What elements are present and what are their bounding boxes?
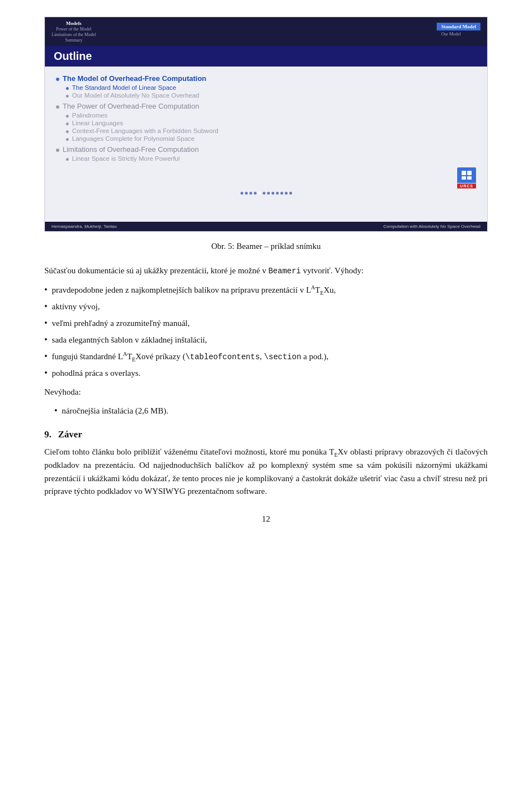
outline-main-3: Limitations of Overhead-Free Computation [56,145,476,154]
topbar-item-3: Summary [65,38,83,43]
advantage-2-text: aktívny vývoj, [52,300,100,313]
active-tab-label: Standard Model [437,23,480,30]
outline-sub1-1: The Standard Model of Linear Space [66,84,476,91]
sub-bullet-icon-2-3 [66,130,69,133]
outline-sub3-1: Linear Space is Strictly More Powerful [66,155,476,162]
outline-sub3-1-label: Linear Space is Strictly More Powerful [72,155,180,162]
nav-dot-2 [245,192,248,195]
advantage-5-text: fungujú štandardné LATEXové príkazy (\ta… [52,350,329,364]
section-code: \section [264,353,301,361]
disadvantages-list: náročnejšia inštalácia (2,6 MB). [54,404,488,418]
caption-text: Obr. 5: Beamer – príklad snímku [211,242,320,251]
main-text-body: Súčasťou dokumentácie sú aj ukážky preze… [44,264,488,418]
nav-dot-1 [241,192,243,195]
section9-title: Záver [58,429,82,440]
sub-bullet-icon-3-1 [66,158,69,161]
outline-sub2-4: Languages Complete for Polynomial Space [66,135,476,142]
beamer-code: Beameri [268,267,301,276]
outline-sub2-3-label: Context-Free Languages with a Forbidden … [72,127,218,134]
outline-sub1-2-label: Our Model of Absolutely No Space Overhea… [72,92,200,99]
nav-dot-10 [280,192,283,195]
urcs-logo: URCS [457,167,476,188]
advantage-1: pravdepodobne jeden z najkompletnejších … [44,283,488,298]
advantages-list: pravdepodobne jeden z najkompletnejších … [44,283,488,380]
active-sub-label: Our Model [437,31,480,37]
advantage-3-text: veľmi prehľadný a zrozumiteľný manuál, [52,317,190,330]
nav-dot-5 [258,192,261,195]
bullet-icon-1 [56,78,59,81]
bullet-icon-2 [56,105,59,109]
slide-body-inner: The Model of Overhead-Free Computation T… [56,74,476,195]
slide-title: Outline [54,50,92,62]
figure-caption: Obr. 5: Beamer – príklad snímku [44,242,488,251]
outline-section1-label: The Model of Overhead-Free Computation [63,74,206,83]
advantage-1-text: pravdepodobne jeden z najkompletnejších … [52,283,336,298]
slide-nav-dots [56,192,476,195]
nav-dot-12 [289,192,292,195]
sub-bullet-icon-1-2 [66,95,69,98]
slide-body: The Model of Overhead-Free Computation T… [45,67,487,222]
disadvantage-1: náročnejšia inštalácia (2,6 MB). [54,404,488,418]
advantage-4-text: sada elegantných šablon v základnej inšt… [52,334,207,346]
advantage-6-text: pohodlná práca s overlays. [52,367,141,380]
svg-rect-0 [462,171,466,175]
section9-num: 9. [44,429,52,440]
bullet-icon-3 [56,149,59,152]
slide-topbar-left: Models Power of the Model Limitations of… [52,21,96,43]
advantage-6: pohodlná práca s overlays. [44,366,488,380]
nav-dot-9 [276,192,279,195]
outline-section2-label: The Power of Overhead-Free Computation [63,102,199,110]
outline-sub1-2: Our Model of Absolutely No Space Overhea… [66,92,476,99]
urcs-label: URCS [457,183,476,188]
slide-footer-title: Computation with Absolutely No Space Ove… [383,224,480,229]
section9-para1: Cieľom tohto článku bolo priblížiť vážen… [44,446,488,498]
outline-main-1: The Model of Overhead-Free Computation [56,74,476,83]
outline-section-3: Limitations of Overhead-Free Computation… [56,145,476,162]
sub-bullet-icon-2-2 [66,123,69,125]
sub-bullet-icon-2-1 [66,115,69,118]
svg-rect-1 [467,171,472,175]
slide-title-bar: Outline [45,46,487,67]
page-number: 12 [44,514,488,524]
slide-bottom-bar: Hemaspaandra, Mukherji, Tantau Computati… [45,222,487,231]
tableofcontents-code: \tableofcontents [185,353,259,361]
beamer-slide: Models Power of the Model Limitations of… [44,17,488,232]
page-wrapper: Models Power of the Model Limitations of… [0,17,532,546]
advantage-2: aktívny vývoj, [44,300,488,314]
outline-sub2-2-label: Linear Languages [72,120,123,126]
svg-rect-3 [467,176,472,180]
page-num-text: 12 [262,514,270,523]
topbar-item-1: Power of the Model [56,27,91,32]
disadvantage-1-text: náročnejšia inštalácia (2,6 MB). [62,405,168,417]
nav-dot-3 [249,192,252,195]
nav-dot-7 [267,192,270,195]
outline-main-2: The Power of Overhead-Free Computation [56,102,476,110]
outline-sub2-1-label: Palindromes [72,112,108,119]
nevyhoda-paragraph: Nevýhoda: [44,386,488,399]
outline-sub2-4-label: Languages Complete for Polynomial Space [72,135,195,142]
sub-bullet-icon-2-4 [66,138,69,141]
slide-topbar: Models Power of the Model Limitations of… [45,17,487,46]
nav-dot-8 [272,192,274,195]
nav-dot-4 [254,192,257,195]
topbar-item-2: Limitations of the Model [52,32,96,37]
advantage-3: veľmi prehľadný a zrozumiteľný manuál, [44,317,488,330]
outline-sub2-1: Palindromes [66,112,476,119]
slide-author: Hemaspaandra, Mukherji, Tantau [52,224,117,229]
urcs-icon [461,170,473,181]
advantage-4: sada elegantných šablon v základnej inšt… [44,333,488,347]
intro-paragraph: Súčasťou dokumentácie sú aj ukážky preze… [44,264,488,278]
section9-heading: 9. Záver [44,429,488,440]
topbar-models-label: Models [66,21,81,26]
outline-sub2-3: Context-Free Languages with a Forbidden … [66,127,476,134]
outline-sub1-1-label: The Standard Model of Linear Space [72,84,176,91]
advantage-5: fungujú štandardné LATEXové príkazy (\ta… [44,350,488,364]
outline-section-2: The Power of Overhead-Free Computation P… [56,102,476,142]
nav-dot-11 [285,192,288,195]
sub-bullet-icon-1-1 [66,87,69,90]
logo-area: URCS [56,167,476,188]
outline-section3-label: Limitations of Overhead-Free Computation [63,145,199,154]
section9-text: Cieľom tohto článku bolo priblížiť vážen… [44,446,488,498]
urcs-blue-box [457,167,476,183]
svg-rect-2 [462,176,466,180]
